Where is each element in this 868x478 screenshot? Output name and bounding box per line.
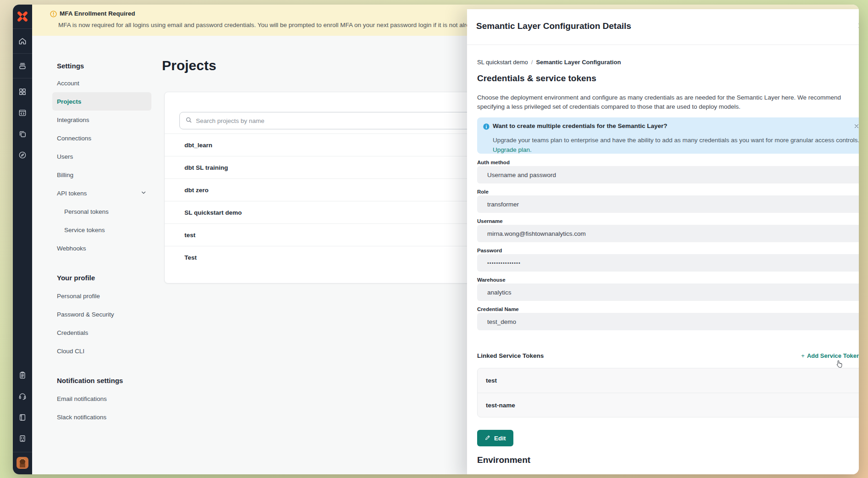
clipboard-icon[interactable] [13, 365, 32, 386]
chevron-down-icon [140, 189, 147, 197]
service-token-row[interactable]: test [478, 368, 859, 393]
edit-button[interactable]: Edit [477, 430, 513, 446]
sidebar-item-api-tokens[interactable]: API tokens [52, 184, 151, 202]
sidebar-item-personal-tokens[interactable]: Personal tokens [52, 202, 151, 221]
credential-name-label: Credential Name [477, 306, 519, 312]
info-banner-body: Upgrade your teams plan to enterprise an… [493, 137, 859, 144]
warning-icon [50, 10, 57, 20]
dbt-logo[interactable] [13, 5, 32, 29]
sidebar-item-users[interactable]: Users [52, 147, 151, 166]
sidebar-divider [13, 452, 32, 452]
sidebar-item-credentials[interactable]: Credentials [52, 323, 151, 342]
warehouse-field: analytics [477, 283, 859, 301]
directory-icon[interactable] [13, 428, 32, 449]
close-icon[interactable] [857, 22, 859, 31]
upgrade-info-banner: Want to create multiple credentials for … [477, 117, 859, 154]
auth-method-label: Auth method [477, 160, 510, 165]
credential-name-field: test_demo [477, 313, 859, 330]
sidebar-item-service-tokens[interactable]: Service tokens [52, 221, 151, 239]
support-headset-icon[interactable] [13, 386, 32, 407]
credentials-section-title: Credentials & service tokens [477, 73, 596, 83]
user-avatar[interactable] [17, 457, 28, 469]
info-banner-close-icon[interactable] [853, 123, 859, 131]
dashboard-icon[interactable] [13, 81, 32, 102]
sidebar-item-slack-notifications[interactable]: Slack notifications [52, 408, 151, 426]
sidebar-item-account[interactable]: Account [52, 74, 151, 92]
explore-icon[interactable] [13, 145, 32, 166]
semantic-layer-panel: Semantic Layer Configuration Details SL … [467, 9, 859, 474]
breadcrumb-project[interactable]: SL quickstart demo [477, 59, 528, 66]
credentials-section-desc: Choose the deployment environment and co… [477, 93, 859, 111]
deploy-icon[interactable] [13, 54, 32, 78]
warehouse-label: Warehouse [477, 277, 506, 283]
add-service-token-button[interactable]: +Add Service Token [801, 352, 859, 359]
sidebar-item-cloud-cli[interactable]: Cloud CLI [52, 342, 151, 360]
sidebar-item-billing[interactable]: Billing [52, 166, 151, 184]
breadcrumb-page: Semantic Layer Configuration [536, 59, 621, 66]
password-field: ••••••••••••••• [477, 254, 859, 272]
settings-nav-title: Settings [52, 57, 151, 74]
linked-service-tokens-title: Linked Service Tokens [477, 352, 544, 359]
profile-nav-title: Your profile [52, 268, 151, 287]
notebook-icon[interactable] [13, 407, 32, 428]
sidebar-item-password-security[interactable]: Password & Security [52, 305, 151, 323]
home-icon[interactable] [13, 29, 32, 54]
sidebar-item-email-notifications[interactable]: Email notifications [52, 389, 151, 408]
environment-section-desc: Select the deployment environment to run… [477, 473, 674, 474]
sidebar-item-personal-profile[interactable]: Personal profile [52, 287, 151, 305]
settings-nav: Settings Account Projects Integrations C… [52, 57, 151, 426]
panel-title: Semantic Layer Configuration Details [476, 21, 631, 31]
search-icon [185, 117, 192, 125]
role-label: Role [477, 189, 489, 195]
pencil-icon [484, 434, 491, 442]
page-title: Projects [162, 58, 216, 73]
auth-method-field: Username and password [477, 166, 859, 183]
notifications-nav-title: Notification settings [52, 371, 151, 389]
info-icon [483, 123, 490, 132]
breadcrumb: SL quickstart demo/Semantic Layer Config… [477, 59, 621, 66]
mfa-banner-title: MFA Enrollment Required [60, 10, 135, 17]
sidebar-item-webhooks[interactable]: Webhooks [52, 239, 151, 257]
app-window: MFA Enrollment Required MFA is now requi… [13, 5, 859, 474]
password-label: Password [477, 248, 502, 253]
panel-header-divider [467, 44, 859, 45]
username-label: Username [477, 218, 503, 224]
mfa-banner-message: MFA is now required for all logins using… [58, 22, 479, 28]
plus-icon: + [801, 352, 805, 359]
sidebar-item-projects[interactable]: Projects [52, 92, 151, 111]
app-sidebar [13, 5, 32, 474]
role-field: transformer [477, 195, 859, 213]
develop-icon[interactable] [13, 102, 32, 123]
username-field: mirna.wong@fishtownanalytics.com [477, 225, 859, 242]
upgrade-plan-link[interactable]: Upgrade plan. [493, 146, 532, 153]
info-banner-title: Want to create multiple credentials for … [493, 122, 668, 129]
environment-section-title: Environment [477, 455, 530, 465]
service-tokens-box: test test-name [477, 368, 859, 417]
sidebar-item-connections[interactable]: Connections [52, 129, 151, 147]
sidebar-item-integrations[interactable]: Integrations [52, 111, 151, 129]
docs-icon[interactable] [13, 123, 32, 145]
service-token-row[interactable]: test-name [478, 393, 859, 417]
